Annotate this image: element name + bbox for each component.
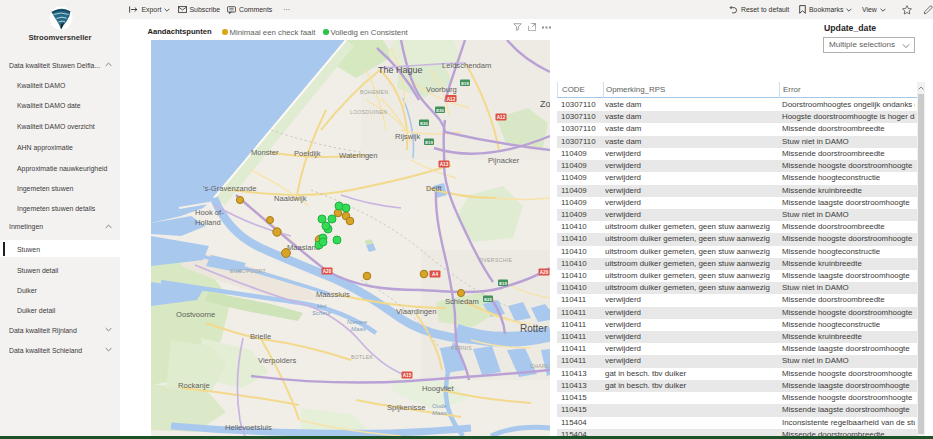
svg-text:Monster: Monster	[251, 148, 279, 157]
svg-text:A13: A13	[440, 162, 449, 167]
svg-text:CHARLO: CHARLO	[530, 363, 550, 369]
svg-text:Zo: Zo	[540, 99, 550, 109]
svg-text:Naaldwijk: Naaldwijk	[274, 194, 307, 203]
svg-text:Hoogvliet: Hoogvliet	[422, 384, 455, 393]
svg-text:E30: E30	[420, 121, 428, 126]
svg-text:A4: A4	[432, 272, 438, 277]
svg-text:LOOSDUINEN: LOOSDUINEN	[350, 109, 387, 115]
svg-text:Maas: Maas	[351, 326, 366, 332]
svg-text:Brielle: Brielle	[250, 332, 271, 341]
svg-text:Vlaardingen: Vlaardingen	[396, 307, 437, 316]
svg-text:A12: A12	[447, 97, 456, 102]
svg-text:Oostvoorne: Oostvoorne	[176, 310, 215, 319]
svg-text:E19: E19	[499, 281, 507, 286]
svg-text:EUROPOORT: EUROPOORT	[230, 268, 267, 274]
svg-text:Oude: Oude	[432, 403, 447, 409]
svg-text:Rijswijk: Rijswijk	[395, 132, 421, 141]
svg-text:Hook of-: Hook of-	[195, 208, 224, 217]
svg-text:Maas: Maas	[432, 410, 447, 416]
svg-text:Poeldijk: Poeldijk	[294, 149, 321, 158]
svg-text:Voorburg: Voorburg	[426, 85, 457, 94]
svg-text:PERNIS: PERNIS	[451, 345, 472, 351]
svg-text:Vierpolders: Vierpolders	[258, 356, 296, 365]
svg-text:Hellevoetsluis: Hellevoetsluis	[225, 423, 272, 432]
svg-text:Pijnacker: Pijnacker	[488, 156, 520, 165]
svg-text:A12: A12	[497, 115, 506, 120]
svg-text:E19: E19	[425, 140, 433, 145]
svg-text:A20: A20	[540, 270, 549, 275]
svg-text:E19: E19	[461, 81, 469, 86]
svg-text:A20: A20	[323, 269, 332, 274]
svg-text:Wateringen: Wateringen	[339, 151, 378, 160]
svg-text:Het: Het	[317, 303, 327, 309]
svg-text:Scheur: Scheur	[312, 310, 332, 316]
svg-text:BOHEMEN: BOHEMEN	[360, 89, 388, 95]
svg-text:OVERSCHIE: OVERSCHIE	[479, 257, 512, 263]
svg-text:Maassluis: Maassluis	[316, 290, 350, 299]
svg-text:E25: E25	[484, 297, 492, 302]
svg-text:Leidschendam: Leidschendam	[442, 61, 491, 70]
svg-text:Nieuwe: Nieuwe	[347, 319, 368, 325]
svg-text:Spijkenisse: Spijkenisse	[387, 403, 425, 412]
svg-text:Delft: Delft	[426, 184, 443, 193]
svg-text:E30: E30	[436, 108, 444, 113]
svg-text:'s-Gravenzande: 's-Gravenzande	[203, 184, 256, 193]
svg-text:Rockanje: Rockanje	[178, 381, 210, 390]
svg-text:BOTLEK: BOTLEK	[351, 354, 374, 360]
svg-text:Rotter: Rotter	[520, 323, 548, 334]
svg-text:The Hague: The Hague	[378, 65, 423, 75]
svg-text:Schiedam: Schiedam	[445, 297, 479, 306]
svg-text:A15: A15	[403, 373, 412, 378]
svg-text:Holland: Holland	[195, 218, 221, 227]
